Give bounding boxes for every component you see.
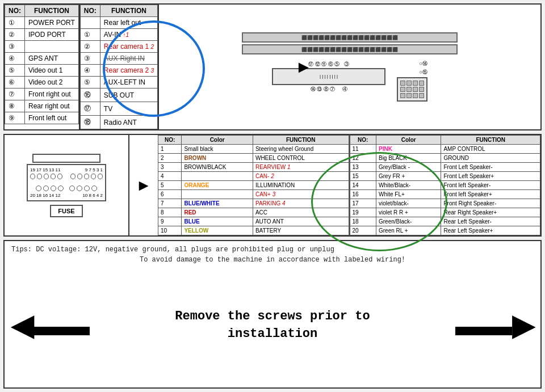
table-row: ③ AUX-Right IN <box>80 53 157 65</box>
connector-main: 19 17 15 13 119 7 5 3 1 <box>27 164 106 201</box>
conn-row-top <box>30 174 103 179</box>
table-row: ④GPS ANT <box>5 53 79 65</box>
main-container: NO: FUNCTION ①POWER PORT ②IPOD PORT ③ ④G… <box>0 0 545 392</box>
table-row: 15 Grey FR + Front Left Speaker+ <box>350 172 540 181</box>
bottom-section: Tips: DC voltage: 12V, negative ground, … <box>3 240 542 389</box>
wiring-tables: NO: Color FUNCTION 1 Small black Steerin… <box>158 135 540 235</box>
arrow-right-icon: ▬▬▶ <box>455 311 534 340</box>
table-row: ⑥Video out 2 <box>5 77 79 88</box>
table-row: 13 Grey/Black - Front Left Speaker- <box>350 163 540 172</box>
middle-section: 19 17 15 13 119 7 5 3 1 <box>3 134 542 237</box>
tips-line2: To avoid damage to the machine in accord… <box>11 256 534 264</box>
connector-diagram: 19 17 15 13 119 7 5 3 1 <box>5 135 129 235</box>
right-connector-diagram: ⬛⬛⬛⬛⬛⬛⬛⬛⬛⬛⬛⬛⬛⬛⬛⬛⬛ ⬛⬛⬛⬛⬛⬛⬛⬛⬛⬛⬛⬛⬛⬛⬛⬛⬛ ⑰ ⑫ … <box>159 5 540 129</box>
table-row: 14 White/Black- Front left Speaker- <box>350 181 540 190</box>
table-row: ②IPOD PORT <box>5 29 79 41</box>
table-row: 9 BLUE AUTO ANT <box>158 217 349 226</box>
table-row: ⑰TV <box>80 102 157 116</box>
table-row: 17 violet/black- Front Right Speaker- <box>350 199 540 208</box>
table-row: Rear left out <box>80 17 157 29</box>
table-row: 18 Green/Black- Rear Left Speaker- <box>350 217 540 226</box>
table-row: ⑤AUX-LEFT IN <box>80 77 157 88</box>
table-row: ⑧Rear right out <box>5 100 79 112</box>
table-row: 1 Small black Steering wheel Ground <box>158 145 349 154</box>
table-row: ⑦Front right out <box>5 88 79 100</box>
connector-numbers-top: ⑰ ⑫ ⑪ ⑥ ⑤ ③ <box>272 60 385 68</box>
table-row: 11 PINK AMP CONTROL <box>350 145 540 154</box>
table-row: 12 Big BLACK GROUND <box>350 154 540 163</box>
connector-top <box>32 154 100 163</box>
remove-row: ◀▬▬ Remove the screws prior to installat… <box>11 268 534 383</box>
mid-col-no: NO: <box>80 5 100 17</box>
arrow-left-icon: ◀▬▬ <box>11 311 90 340</box>
connector-numbers-bottom: ⑭ ⑬ ⑧ ⑦ ④ <box>272 85 385 93</box>
wiring-table-left: NO: Color FUNCTION 1 Small black Steerin… <box>158 135 350 235</box>
table-row: ④ Rear camera 2 3 <box>80 65 157 77</box>
table-row: ⑯SUB OUT <box>80 88 157 102</box>
table-row: 20 Green RL + Rear Left Speaker+ <box>350 226 540 235</box>
table-row: 8 RED ACC <box>158 208 349 217</box>
left-col-no: NO: <box>5 5 25 17</box>
table-row: ⑨Front left out <box>5 112 79 124</box>
table-row: 3 BROWN/BLACK REARVIEW 1 <box>158 163 349 172</box>
tips-line1: Tips: DC voltage: 12V, negative ground, … <box>11 246 534 254</box>
table-row: ⑤Video out 1 <box>5 65 79 77</box>
left-connector-table: NO: FUNCTION ①POWER PORT ②IPOD PORT ③ ④G… <box>5 5 80 129</box>
table-row: ② Rear camera 1 2 <box>80 41 157 53</box>
arrow-icon: ► <box>295 57 312 77</box>
left-col-function: FUNCTION <box>25 5 79 17</box>
table-row: 4 CAN- 2 <box>158 172 349 181</box>
conn-row-mid <box>30 186 103 191</box>
fuse-label: FUSE <box>50 205 82 217</box>
table-row: ① AV-IN ↑1 <box>80 29 157 41</box>
table-row: ⑱Radio ANT <box>80 116 157 129</box>
table-row: 2 BROWN WHEEL CONTROL <box>158 154 349 163</box>
middle-connector-table: NO: FUNCTION Rear left out ① AV-IN ↑1 ② … <box>80 5 159 129</box>
table-row: ③ <box>5 41 79 53</box>
table-row: 19 violet R R + Rear Right Speaker+ <box>350 208 540 217</box>
wiring-table-right: NO: Color FUNCTION 11 PINK AMP CONTROL <box>350 135 541 235</box>
table-row: 16 White FL+ Front left Speaker+ <box>350 190 540 199</box>
table-row: 7 BLUE/WHITE PARKING 4 <box>158 199 349 208</box>
mid-col-function: FUNCTION <box>100 5 157 17</box>
middle-arrow: ► <box>129 135 158 235</box>
top-section: NO: FUNCTION ①POWER PORT ②IPOD PORT ③ ④G… <box>3 3 542 130</box>
remove-text: Remove the screws prior to installation <box>175 308 370 343</box>
table-row: 5 ORANGE ILLUMINATION <box>158 181 349 190</box>
table-row: 10 YELLOW BATTERY <box>158 226 349 235</box>
table-row: ①POWER PORT <box>5 17 79 29</box>
table-row: 6 CAN+ 3 <box>158 190 349 199</box>
wiring-tables-container: NO: Color FUNCTION 1 Small black Steerin… <box>158 135 540 235</box>
